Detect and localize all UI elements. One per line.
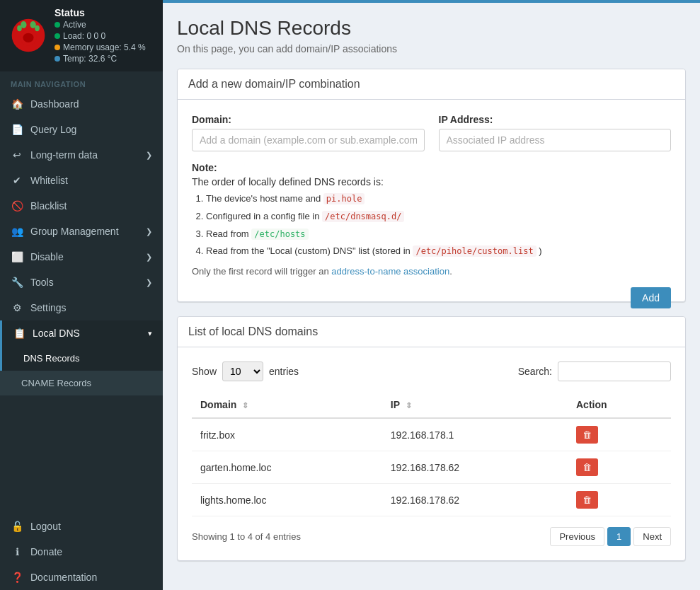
ban-icon: 🚫	[11, 200, 23, 212]
sidebar-item-documentation[interactable]: ❓ Documentation	[0, 565, 163, 590]
ip-label: IP Address:	[439, 114, 672, 125]
note-text: The order of locally defined DNS records…	[192, 176, 671, 187]
sidebar-item-whitelist[interactable]: ✔ Whitelist	[0, 168, 163, 193]
list-card-header: List of local DNS domains	[178, 317, 685, 347]
add-form-title: Add a new domain/IP combination	[188, 78, 675, 91]
sidebar-item-label: Local DNS	[33, 328, 80, 339]
code-custom-list: /etc/pihole/custom.list	[413, 245, 536, 257]
dns-table: Domain ⇕ IP ⇕ Action	[192, 392, 671, 516]
file-icon: 📄	[11, 124, 23, 135]
note-item-3: Read from /etc/hosts	[206, 227, 671, 242]
action-cell: 🗑	[568, 451, 671, 484]
sidebar-item-donate[interactable]: ℹ Donate	[0, 539, 163, 565]
domain-input[interactable]	[192, 129, 425, 151]
dns-records-label: DNS Records	[23, 353, 79, 364]
pagination: Previous 1 Next	[550, 527, 671, 546]
check-icon: ✔	[11, 175, 23, 186]
sidebar-item-query-log[interactable]: 📄 Query Log	[0, 117, 163, 142]
home-icon: 🏠	[11, 98, 23, 110]
note-item-2: Configured in a config file in /etc/dnsm…	[206, 209, 671, 224]
ip-input[interactable]	[439, 129, 672, 151]
delete-button[interactable]: 🗑	[576, 426, 598, 444]
sidebar-item-dns-records[interactable]: DNS Records	[0, 346, 163, 371]
sidebar-item-disable[interactable]: ⬜ Disable ❯	[0, 244, 163, 270]
tools-icon: 🔧	[11, 277, 23, 288]
sidebar-item-label: Group Management	[30, 226, 119, 237]
list-card-body: Show 10 25 50 100 entries Search:	[178, 347, 685, 560]
domain-cell: fritz.box	[192, 418, 382, 451]
cname-records-label: CNAME Records	[21, 378, 91, 388]
sidebar-item-dashboard[interactable]: 🏠 Dashboard	[0, 91, 163, 117]
chevron-right-icon: ❯	[146, 151, 152, 160]
add-form-card-header: Add a new domain/IP combination	[178, 69, 685, 100]
entries-label: entries	[269, 366, 299, 377]
history-icon: ↩	[11, 149, 23, 161]
note-item-1: The device's host name and pi.hole	[206, 192, 671, 207]
active-dot	[54, 22, 60, 28]
page-1-button[interactable]: 1	[607, 527, 631, 546]
sidebar-item-label: Disable	[30, 251, 64, 262]
search-box: Search:	[518, 361, 671, 381]
code-hosts: /etc/hosts	[251, 229, 308, 240]
table-row: fritz.box 192.168.178.1 🗑	[192, 418, 671, 451]
search-label: Search:	[518, 366, 552, 377]
address-to-name-link[interactable]: address-to-name association	[331, 266, 449, 277]
list-title: List of local DNS domains	[188, 325, 675, 338]
content-area: Local DNS Records On this page, you can …	[163, 3, 700, 590]
form-row: Domain: IP Address:	[192, 114, 671, 151]
delete-button[interactable]: 🗑	[576, 458, 598, 476]
domain-cell: garten.home.loc	[192, 451, 382, 484]
sidebar-item-tools[interactable]: 🔧 Tools ❯	[0, 270, 163, 295]
column-action: Action	[568, 392, 671, 418]
svg-point-3	[17, 25, 22, 31]
main-content: Local DNS Records On this page, you can …	[163, 0, 700, 590]
domain-label: Domain:	[192, 114, 425, 125]
sidebar-item-local-dns[interactable]: 📋 Local DNS ▾	[0, 320, 163, 346]
sidebar-item-label: Documentation	[30, 572, 97, 583]
column-domain[interactable]: Domain ⇕	[192, 392, 382, 418]
showing-entries-text: Showing 1 to 4 of 4 entries	[192, 531, 301, 542]
sidebar-item-label: Logout	[30, 521, 61, 532]
sidebar-item-settings[interactable]: ⚙ Settings	[0, 295, 163, 320]
code-dnsmasq: /etc/dnsmasq.d/	[322, 211, 404, 222]
previous-button[interactable]: Previous	[550, 527, 604, 546]
sidebar-item-logout[interactable]: 🔓 Logout	[0, 514, 163, 539]
table-row: garten.home.loc 192.168.178.62 🗑	[192, 451, 671, 484]
status-load: Load: 0 0 0	[54, 31, 146, 41]
dns-table-body: fritz.box 192.168.178.1 🗑 garten.home.lo…	[192, 418, 671, 516]
status-block: Status Active Load: 0 0 0 Memory usage: …	[54, 7, 146, 64]
next-button[interactable]: Next	[633, 527, 671, 546]
sidebar-item-group-management[interactable]: 👥 Group Management ❯	[0, 219, 163, 244]
page-title: Local DNS Records	[177, 17, 686, 40]
domain-cell: lights.home.loc	[192, 484, 382, 516]
search-input[interactable]	[558, 361, 671, 381]
action-cell: 🗑	[568, 484, 671, 516]
note-list: The device's host name and pi.hole Confi…	[206, 192, 671, 259]
status-temp: Temp: 32.6 °C	[54, 54, 146, 64]
table-footer: Showing 1 to 4 of 4 entries Previous 1 N…	[192, 527, 671, 546]
help-icon: ❓	[11, 572, 23, 583]
sidebar-item-cname-records[interactable]: CNAME Records	[0, 371, 163, 395]
sidebar-item-label: Tools	[30, 277, 54, 288]
sidebar-item-label: Dashboard	[30, 98, 79, 110]
entries-select[interactable]: 10 25 50 100	[222, 361, 263, 381]
add-form-card: Add a new domain/IP combination Domain: …	[177, 69, 686, 302]
sidebar-item-blacklist[interactable]: 🚫 Blacklist	[0, 193, 163, 219]
svg-point-6	[23, 33, 34, 42]
memory-dot	[54, 45, 60, 50]
sidebar-item-long-term-data[interactable]: ↩ Long-term data ❯	[0, 142, 163, 168]
page-header: Local DNS Records On this page, you can …	[177, 17, 686, 54]
ip-cell: 192.168.178.62	[382, 451, 568, 484]
sidebar-item-label: Whitelist	[30, 175, 68, 186]
sidebar-header: Status Active Load: 0 0 0 Memory usage: …	[0, 0, 163, 71]
rpi-logo	[11, 18, 46, 53]
note-footer: Only the first record will trigger an ad…	[192, 266, 671, 277]
action-cell: 🗑	[568, 418, 671, 451]
column-ip[interactable]: IP ⇕	[382, 392, 568, 418]
note-item-4: Read from the "Local (custom) DNS" list …	[206, 244, 671, 259]
add-button[interactable]: Add	[631, 287, 671, 308]
delete-button[interactable]: 🗑	[576, 491, 598, 509]
table-row: lights.home.loc 192.168.178.62 🗑	[192, 484, 671, 516]
domain-form-group: Domain:	[192, 114, 425, 151]
ip-cell: 192.168.178.62	[382, 484, 568, 516]
